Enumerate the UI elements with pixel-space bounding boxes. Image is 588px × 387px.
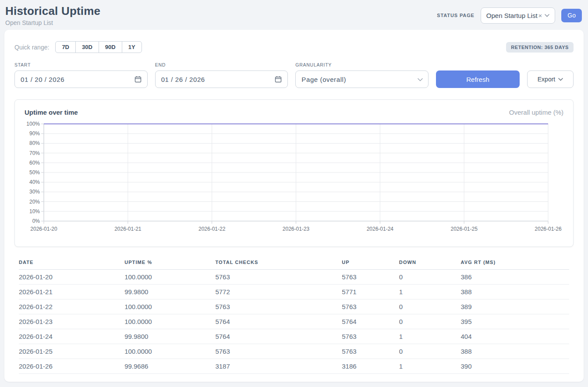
table-cell: 386 [461,270,569,285]
table-cell: 5764 [215,314,342,329]
table-cell: 2026-01-20 [19,270,124,285]
quick-range-1y[interactable]: 1Y [122,41,142,53]
svg-text:40%: 40% [29,179,40,185]
table-row: 2026-01-25100.0000576357630388 [19,344,569,359]
export-button-label: Export [538,76,555,83]
header-right: STATUS PAGE Open Startup List × Go [437,7,582,24]
page-subtitle: Open Startup List [5,19,100,26]
table-row: 2026-01-20100.0000576357630386 [19,270,569,285]
table-cell: 5772 [215,285,342,299]
table-cell: 0 [399,299,461,314]
table-cell: 2026-01-26 [19,359,124,374]
table-cell: 5763 [342,270,399,285]
status-page-value: Open Startup List [486,12,538,19]
table-header-cell: AVG RT (MS) [461,257,569,270]
granularity-value: Page (overall) [301,76,346,83]
svg-text:10%: 10% [29,208,40,215]
refresh-button[interactable]: Refresh [436,70,520,88]
export-button[interactable]: Export [527,70,574,88]
table-cell: 5763 [342,344,399,359]
start-date-value: 01 / 20 / 2026 [21,76,64,83]
go-button[interactable]: Go [561,9,582,22]
end-date-value: 01 / 26 / 2026 [161,76,205,83]
svg-text:80%: 80% [29,140,40,146]
page-title: Historical Uptime [5,4,100,18]
table-cell: 100.0000 [124,344,215,359]
quick-range-row: Quick range: 7D30D90D1Y RETENTION: 365 D… [14,41,574,53]
table-cell: 389 [461,299,569,314]
table-cell: 5771 [342,285,399,299]
quick-range-7d[interactable]: 7D [55,41,76,53]
quick-range-30d[interactable]: 30D [75,41,99,53]
table-cell: 1 [399,329,461,344]
table-cell: 5764 [342,314,399,329]
table-cell: 99.9800 [124,285,215,299]
svg-text:2026-01-25: 2026-01-25 [450,226,478,232]
table-cell: 5764 [215,329,342,344]
uptime-table-wrap: DATEUPTIME %TOTAL CHECKSUPDOWNAVG RT (MS… [14,257,574,374]
table-cell: 2026-01-21 [19,285,124,299]
table-cell: 388 [461,285,569,299]
table-cell: 388 [461,344,569,359]
svg-text:60%: 60% [29,160,40,166]
end-label: END [155,62,288,67]
chart-card: Uptime over time Overall uptime (%) 0%10… [14,99,574,247]
table-cell: 99.9686 [124,359,215,374]
retention-badge: RETENTION: 365 DAYS [506,42,574,53]
end-date-input[interactable]: 01 / 26 / 2026 [155,70,288,88]
start-field: START 01 / 20 / 2026 [14,62,148,88]
table-header-cell: UP [342,257,399,270]
controls-row: START 01 / 20 / 2026 END 01 / 26 / 2026 … [14,62,574,88]
table-row: 2026-01-2199.9800577257711388 [19,285,569,299]
table-cell: 99.9800 [124,329,215,344]
granularity-select[interactable]: Page (overall) [295,70,429,88]
title-block: Historical Uptime Open Startup List [5,4,100,26]
svg-text:100%: 100% [26,121,40,127]
table-cell: 1 [399,359,461,374]
table-cell: 404 [461,329,569,344]
end-field: END 01 / 26 / 2026 [155,62,288,88]
clear-icon[interactable]: × [538,12,542,19]
table-cell: 5763 [342,299,399,314]
table-cell: 5763 [215,299,342,314]
chevron-down-icon [545,14,549,17]
table-cell: 3186 [342,359,399,374]
chart-legend: Overall uptime (%) [509,109,563,116]
svg-text:30%: 30% [29,189,40,195]
table-cell: 5763 [215,344,342,359]
table-header-cell: DOWN [399,257,461,270]
table-cell: 0 [399,314,461,329]
status-page-label: STATUS PAGE [437,13,474,18]
svg-text:50%: 50% [29,169,40,176]
chart-title: Uptime over time [25,109,78,116]
quick-range-group: 7D30D90D1Y [55,41,142,53]
table-row: 2026-01-2499.9800576457631404 [19,329,569,344]
status-page-select[interactable]: Open Startup List × [481,7,556,24]
granularity-label: GRANULARITY [295,62,429,67]
uptime-table: DATEUPTIME %TOTAL CHECKSUPDOWNAVG RT (MS… [19,257,569,374]
svg-text:2026-01-23: 2026-01-23 [283,226,310,232]
svg-text:2026-01-20: 2026-01-20 [30,226,57,232]
table-cell: 100.0000 [124,270,215,285]
svg-text:2026-01-22: 2026-01-22 [198,226,226,232]
table-row: 2026-01-23100.0000576457640395 [19,314,569,329]
quick-range-90d[interactable]: 90D [99,41,122,53]
table-cell: 2026-01-25 [19,344,124,359]
table-cell: 2026-01-22 [19,299,124,314]
start-label: START [14,62,148,67]
table-cell: 100.0000 [124,299,215,314]
page-header: Historical Uptime Open Startup List STAT… [0,0,588,30]
uptime-line-chart: 0%10%20%30%40%50%60%70%80%90%100%2026-01… [25,120,563,234]
table-cell: 3187 [215,359,342,374]
table-cell: 5763 [215,270,342,285]
start-date-input[interactable]: 01 / 20 / 2026 [14,70,148,88]
table-cell: 1 [399,285,461,299]
chevron-down-icon [558,78,563,81]
calendar-icon[interactable] [135,76,142,83]
granularity-field: GRANULARITY Page (overall) [295,62,429,88]
table-header-cell: DATE [19,257,124,270]
main-card: Quick range: 7D30D90D1Y RETENTION: 365 D… [4,30,584,382]
table-row: 2026-01-2699.9686318731861390 [19,359,569,374]
quick-range-label: Quick range: [14,44,49,51]
calendar-icon[interactable] [275,76,282,83]
